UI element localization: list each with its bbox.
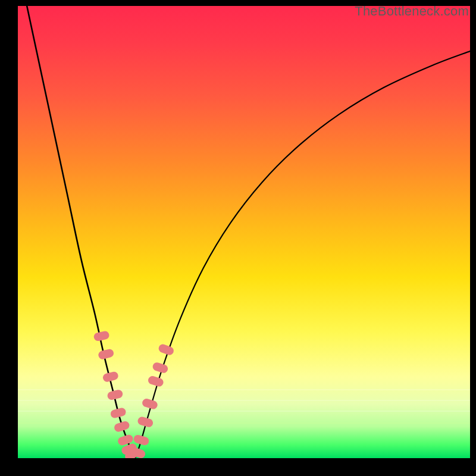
data-marker [107, 389, 124, 401]
data-marker [158, 343, 175, 356]
data-marker [133, 434, 150, 446]
curves-svg [18, 6, 470, 458]
plot-area [18, 6, 470, 458]
watermark-text: TheBottleneck.com [355, 4, 469, 19]
curve-left-branch [27, 6, 135, 458]
data-marker [152, 362, 169, 374]
data-marker [147, 375, 164, 387]
data-marker [113, 420, 130, 433]
data-marker [102, 371, 119, 383]
data-marker [98, 348, 115, 360]
data-marker [137, 416, 154, 428]
chart-frame: TheBottleneck.com [0, 0, 476, 476]
data-marker [93, 330, 109, 342]
curve-right-branch [136, 51, 470, 458]
data-marker [109, 407, 127, 419]
